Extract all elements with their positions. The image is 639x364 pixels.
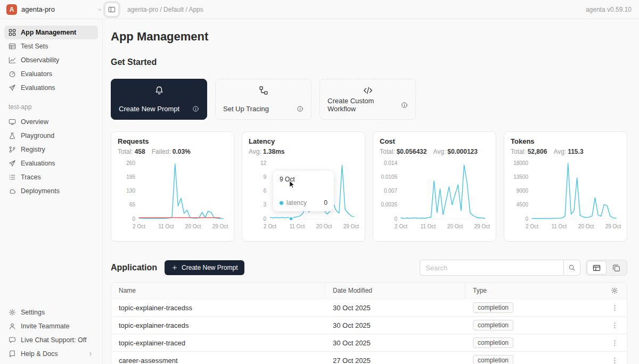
table-row[interactable]: topic-explainer-traced30 Oct 2025complet… (111, 334, 627, 351)
org-avatar: A (6, 4, 17, 15)
svg-text:29 Oct: 29 Oct (343, 224, 359, 229)
svg-text:0: 0 (394, 216, 397, 222)
table-row[interactable]: topic-explainer-tracedss30 Oct 2025compl… (111, 299, 627, 316)
table-view-icon (593, 264, 601, 272)
person-icon (9, 322, 16, 330)
tooltip-series-name: latency (286, 199, 307, 206)
info-icon[interactable] (192, 105, 199, 112)
stat-pair: Avg:$0.000123 (433, 148, 478, 155)
stat-pair: Avg:115.3 (553, 148, 583, 155)
stat-value: $0.000123 (447, 148, 478, 155)
app-name[interactable]: topic-explainer-tracedss (111, 304, 325, 312)
svg-text:12: 12 (260, 160, 267, 166)
row-menu-button[interactable] (602, 321, 627, 329)
column-header-name[interactable]: Name (111, 283, 325, 299)
sidebar-item-label: Settings (21, 309, 45, 316)
app-name[interactable]: career-assessment (111, 357, 325, 364)
info-icon[interactable] (297, 105, 304, 112)
info-icon[interactable] (401, 102, 408, 109)
stat-value: $0.056432 (397, 148, 427, 155)
sidebar-item-deployments[interactable]: Deployments (4, 184, 98, 198)
column-header-type[interactable]: Type (465, 287, 602, 294)
table-settings-button[interactable] (602, 287, 627, 294)
row-menu-button[interactable] (602, 339, 627, 347)
sidebar-item-observability[interactable]: Observability (4, 53, 98, 67)
app-section-label: test-app (9, 103, 98, 111)
svg-text:11 Oct: 11 Oct (289, 224, 305, 229)
get-started-card-label: Create Custom Workflow (327, 97, 398, 113)
get-started-card-create-custom-workflow[interactable]: Create Custom Workflow (320, 79, 416, 120)
table-row[interactable]: career-assessment27 Oct 2025completion (111, 351, 627, 364)
sidebar-item-live-chat-support-off[interactable]: Live Chat Support: Off (4, 333, 98, 347)
stat-pair: Failed:0.03% (152, 148, 191, 155)
stat-value: 115.3 (568, 148, 583, 155)
stat-pair: Total:458 (118, 148, 145, 155)
column-header-date-modified[interactable]: Date Modified (325, 283, 465, 299)
sidebar-item-invite-teammate[interactable]: Invite Teammate (4, 319, 98, 333)
svg-text:0.014: 0.014 (384, 160, 397, 166)
type-cell: completion (465, 355, 602, 364)
svg-text:20 Oct: 20 Oct (316, 224, 332, 229)
sidebar-item-evaluations[interactable]: Evaluations (4, 156, 98, 170)
app-name[interactable]: topic-explainer-traced (111, 339, 325, 347)
gear-icon (9, 309, 16, 316)
chevron-right-icon (87, 351, 94, 357)
sidebar-item-overview[interactable]: Overview (4, 115, 98, 129)
sidebar-item-registry[interactable]: Registry (4, 143, 98, 156)
svg-text:11 Oct: 11 Oct (158, 224, 174, 229)
flask-icon (9, 132, 16, 139)
create-new-prompt-button[interactable]: Create New Prompt (165, 260, 244, 275)
sidebar-app-nav: OverviewPlaygroundRegistryEvaluationsTra… (4, 115, 98, 198)
sidebar-item-settings[interactable]: Settings (4, 305, 98, 319)
type-cell: completion (465, 320, 602, 330)
sidebar-item-evaluations[interactable]: Evaluations (4, 81, 98, 95)
sidebar-item-playground[interactable]: Playground (4, 129, 98, 143)
app-name[interactable]: topic-explainer-traceds (111, 321, 325, 329)
sidebar-item-app-management[interactable]: App Management (4, 26, 98, 39)
stat-value: 0.03% (173, 148, 191, 155)
sidebar-item-traces[interactable]: Traces (4, 170, 98, 184)
stat-card-title: Requests (118, 137, 227, 145)
get-started-heading: Get Started (111, 57, 627, 67)
kebab-menu-icon (611, 357, 619, 364)
sidebar-collapse-button[interactable] (105, 3, 119, 16)
series-dot-icon (280, 201, 283, 205)
sidebar-item-evaluators[interactable]: Evaluators (4, 67, 98, 81)
view-toggle (586, 260, 627, 276)
sidebar-item-label: Registry (21, 146, 45, 153)
chat-icon (9, 336, 16, 344)
plus-icon (171, 264, 178, 271)
tracing-icon (223, 86, 304, 95)
stat-cards: RequestsTotal:458Failed:0.03%06513019526… (111, 131, 627, 242)
requests-chart: 0651301952602 Oct11 Oct20 Oct29 Oct (118, 158, 230, 232)
svg-text:2 Oct: 2 Oct (526, 224, 538, 229)
search-input[interactable] (420, 260, 563, 276)
table-row[interactable]: topic-explainer-traceds30 Oct 2025comple… (111, 316, 627, 334)
main-content: App Management Get Started Create New Pr… (103, 19, 639, 364)
stat-card-requests: RequestsTotal:458Failed:0.03%06513019526… (111, 131, 234, 242)
stat-pair: Avg:1.38ms (249, 148, 285, 155)
org-switcher[interactable]: A agenta-pro (6, 4, 103, 15)
sidebar-item-test-sets[interactable]: Test Sets (4, 39, 98, 53)
row-menu-button[interactable] (602, 357, 627, 364)
svg-text:0.0035: 0.0035 (381, 202, 397, 208)
stat-value: 458 (135, 148, 145, 155)
view-toggle-table[interactable] (587, 261, 607, 275)
get-started-card-set-up-tracing[interactable]: Set Up Tracing (215, 79, 312, 120)
sidebar-item-label: Test Sets (21, 43, 48, 50)
tooltip-series-row: latency0 (280, 199, 327, 206)
date-modified: 30 Oct 2025 (325, 321, 465, 329)
application-header: Application Create New Prompt (111, 260, 627, 276)
search-button[interactable] (563, 260, 580, 276)
org-name: agenta-pro (21, 5, 55, 13)
get-started-card-label: Create New Prompt (119, 105, 179, 113)
view-toggle-cards[interactable] (607, 261, 626, 275)
row-menu-button[interactable] (602, 304, 627, 312)
svg-text:0.007: 0.007 (384, 188, 397, 194)
kebab-menu-icon (611, 339, 619, 347)
svg-text:0: 0 (132, 216, 135, 222)
svg-text:29 Oct: 29 Oct (474, 224, 490, 229)
send-icon (9, 160, 16, 167)
sidebar-item-help-docs[interactable]: Help & Docs (4, 347, 98, 361)
get-started-card-create-new-prompt[interactable]: Create New Prompt (111, 79, 207, 120)
